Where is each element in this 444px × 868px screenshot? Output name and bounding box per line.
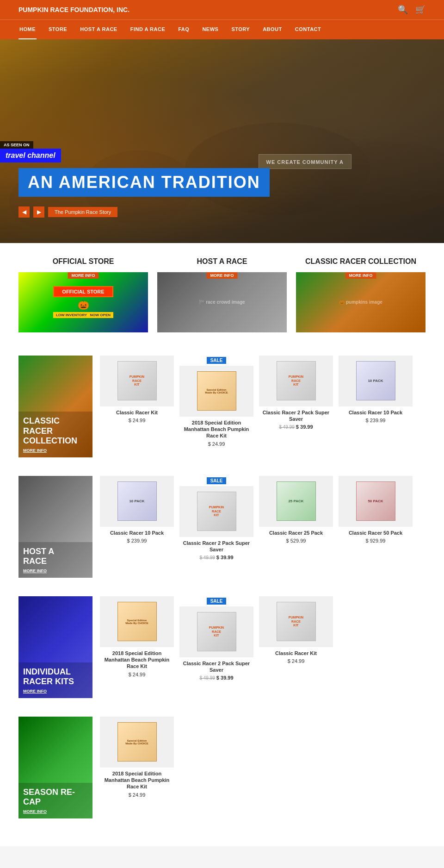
product-price-10pack-1: $ 239.99 — [339, 418, 413, 423]
product-card-classic-kit[interactable]: PUMPKINRACEKIT Classic Racer Kit $ 24.99 — [100, 356, 174, 447]
product-price-season-special: $ 24.99 — [100, 792, 174, 798]
product-img-2pack-1: PUMPKINRACEKIT — [259, 356, 333, 406]
hero-story-button[interactable]: The Pumpkin Race Story — [48, 207, 117, 217]
nav-item-story[interactable]: STORY — [230, 20, 251, 39]
classic-more-info[interactable]: MORE INFO — [23, 448, 88, 453]
category-label-season: SEASON RE-CAP MORE INFO — [18, 783, 92, 818]
promo-col-store: OFFICIAL STORE MORE INFO OFFICIAL STORE … — [18, 257, 148, 332]
sale-badge-2: SALE — [207, 477, 227, 484]
product-name-10pack-1: Classic Racer 10 Pack — [339, 409, 413, 416]
product-card-individual-2pack[interactable]: SALE PUMPKINRACEKIT Classic Racer 2 Pack… — [179, 596, 253, 681]
promo-store-title: OFFICIAL STORE — [18, 257, 148, 267]
category-banner-season[interactable]: SEASON RE-CAP MORE INFO — [18, 717, 92, 818]
product-card-season-special[interactable]: Special EditionMade By CHOICE 2018 Speci… — [100, 717, 174, 798]
product-card-individual-special[interactable]: Special EditionMade By CHOICE 2018 Speci… — [100, 596, 174, 681]
product-img-25pack: 25 PACK — [259, 476, 333, 527]
travel-channel-logo: travel channel — [0, 149, 61, 162]
category-name-host: HOST ARACE — [23, 547, 88, 567]
sale-badge-1: SALE — [207, 357, 227, 364]
product-price-50pack: $ 929.99 — [339, 538, 413, 543]
category-banner-host[interactable]: HOST ARACE MORE INFO — [18, 476, 92, 578]
product-name-25pack: Classic Racer 25 Pack — [259, 530, 333, 536]
promo-col-classic: CLASSIC RACER COLLECTION MORE INFO 🎃 pum… — [296, 257, 426, 332]
promo-host-title: HOST A RACE — [157, 257, 287, 267]
product-name-classic-kit: Classic Racer Kit — [100, 409, 174, 416]
category-banner-individual[interactable]: INDIVIDUALRACER KITS MORE INFO — [18, 596, 92, 698]
product-img-special-1: Special EditionMade By CHOICE — [179, 366, 253, 417]
individual-products-grid: Special EditionMade By CHOICE 2018 Speci… — [100, 596, 426, 681]
product-name-50pack: Classic Racer 50 Pack — [339, 530, 413, 536]
product-price-host-10pack: $ 239.99 — [100, 538, 174, 543]
product-row-host: HOST ARACE MORE INFO 10 PACK Classic Rac… — [18, 476, 426, 578]
nav-item-home[interactable]: HOME — [18, 20, 37, 39]
product-price-special-1: $ 24.99 — [179, 441, 253, 447]
as-seen-on-text: AS SEEN ON — [0, 141, 33, 149]
hero-prev-button[interactable]: ◀ — [18, 206, 30, 218]
promo-host-image[interactable]: MORE INFO 🏁 race crowd image — [157, 272, 287, 332]
nav-item-news[interactable]: NEWS — [201, 20, 219, 39]
product-img-50pack: 50 PACK — [339, 476, 413, 527]
nav-item-host-a-race[interactable]: HOST A RACE — [79, 20, 118, 39]
category-label-classic: CLASSICRACERCOLLECTION MORE INFO — [18, 412, 92, 457]
nav-item-contact[interactable]: CONTACT — [294, 20, 322, 39]
nav-item-find-a-race[interactable]: FIND A RACE — [130, 20, 166, 39]
product-card-2pack-sale[interactable]: SALE PUMPKINRACEKIT Classic Racer 2 Pack… — [179, 476, 253, 561]
nav-item-store[interactable]: STORE — [48, 20, 68, 39]
product-img-10pack-2: 10 PACK — [100, 476, 174, 527]
main-nav: HOME STORE HOST A RACE FIND A RACE FAQ N… — [0, 19, 444, 39]
product-price-individual-kit: $ 24.99 — [259, 658, 333, 664]
hero-sign-text: WE CREATE COMMUNITY A — [259, 154, 352, 169]
product-card-2pack-1[interactable]: PUMPKINRACEKIT Classic Racer 2 Pack Supe… — [259, 356, 333, 447]
product-price-individual-2pack: $ 49.99 $ 39.99 — [179, 675, 253, 681]
header: PUMPKIN RACE FOUNDATION, INC. 🔍 🛒 — [0, 0, 444, 19]
nav-item-about[interactable]: ABOUT — [262, 20, 283, 39]
promo-store-image[interactable]: MORE INFO OFFICIAL STORE 🎃 LOW INVENTORY… — [18, 272, 148, 332]
product-img-individual-special: Special EditionMade By CHOICE — [100, 596, 174, 647]
product-price-classic-kit: $ 24.99 — [100, 418, 174, 423]
promo-classic-title: CLASSIC RACER COLLECTION — [296, 257, 426, 267]
header-icons: 🔍 🛒 — [398, 5, 426, 15]
as-seen-on-badge: AS SEEN ON travel channel — [0, 141, 61, 162]
individual-more-info[interactable]: MORE INFO — [23, 689, 88, 693]
product-card-10pack-1[interactable]: 10 PACK Classic Racer 10 Pack $ 239.99 — [339, 356, 413, 447]
category-name-individual: INDIVIDUALRACER KITS — [23, 667, 88, 687]
promo-classic-image[interactable]: MORE INFO 🎃 pumpkins image — [296, 272, 426, 332]
promo-col-host: HOST A RACE MORE INFO 🏁 race crowd image — [157, 257, 287, 332]
product-name-special-1: 2018 Special Edition Manhattan Beach Pum… — [179, 419, 253, 439]
product-img-individual-2pack: PUMPKINRACEKIT — [179, 606, 253, 657]
product-row-individual: INDIVIDUALRACER KITS MORE INFO Special E… — [18, 596, 426, 698]
product-card-individual-kit[interactable]: PUMPKINRACEKIT Classic Racer Kit $ 24.99 — [259, 596, 333, 681]
hero-section: WE CREATE COMMUNITY A AS SEEN ON travel … — [0, 39, 444, 243]
product-name-2pack-sale: Classic Racer 2 Pack Super Saver — [179, 540, 253, 553]
product-img-2pack-sale: PUMPKINRACEKIT — [179, 486, 253, 537]
product-name-2pack-1: Classic Racer 2 Pack Super Saver — [259, 409, 333, 423]
product-card-special-edition-1[interactable]: SALE Special EditionMade By CHOICE 2018 … — [179, 356, 253, 447]
host-more-info[interactable]: MORE INFO — [23, 568, 88, 573]
hero-controls: ◀ ▶ The Pumpkin Race Story — [18, 206, 117, 218]
hero-headline-banner: AN AMERICAN TRADITION — [18, 168, 270, 197]
product-name-individual-2pack: Classic Racer 2 Pack Super Saver — [179, 660, 253, 674]
cart-icon[interactable]: 🛒 — [415, 5, 426, 15]
product-row-season: SEASON RE-CAP MORE INFO Special EditionM… — [18, 717, 426, 818]
category-banner-classic[interactable]: CLASSICRACERCOLLECTION MORE INFO — [18, 356, 92, 457]
products-section: CLASSICRACERCOLLECTION MORE INFO PUMPKIN… — [0, 346, 444, 846]
product-card-50pack[interactable]: 50 PACK Classic Racer 50 Pack $ 929.99 — [339, 476, 413, 561]
product-name-individual-kit: Classic Racer Kit — [259, 650, 333, 656]
product-price-2pack-sale: $ 49.99 $ 39.99 — [179, 555, 253, 560]
promo-section: OFFICIAL STORE MORE INFO OFFICIAL STORE … — [0, 243, 444, 346]
product-img-season-special: Special EditionMade By CHOICE — [100, 717, 174, 768]
hero-next-button[interactable]: ▶ — [33, 206, 44, 218]
search-icon[interactable]: 🔍 — [398, 5, 408, 15]
product-card-25pack[interactable]: 25 PACK Classic Racer 25 Pack $ 529.99 — [259, 476, 333, 561]
product-name-season-special: 2018 Special Edition Manhattan Beach Pum… — [100, 770, 174, 790]
classic-products-grid: PUMPKINRACEKIT Classic Racer Kit $ 24.99… — [100, 356, 426, 447]
season-more-info[interactable]: MORE INFO — [23, 809, 88, 814]
product-price-25pack: $ 529.99 — [259, 538, 333, 543]
nav-item-faq[interactable]: FAQ — [177, 20, 190, 39]
product-img-10pack-1: 10 PACK — [339, 356, 413, 406]
host-products-grid: 10 PACK Classic Racer 10 Pack $ 239.99 S… — [100, 476, 426, 561]
product-name-individual-special: 2018 Special Edition Manhattan Beach Pum… — [100, 650, 174, 670]
sale-badge-3: SALE — [207, 598, 227, 605]
product-card-10pack-2[interactable]: 10 PACK Classic Racer 10 Pack $ 239.99 — [100, 476, 174, 561]
product-img-individual-kit: PUMPKINRACEKIT — [259, 596, 333, 647]
